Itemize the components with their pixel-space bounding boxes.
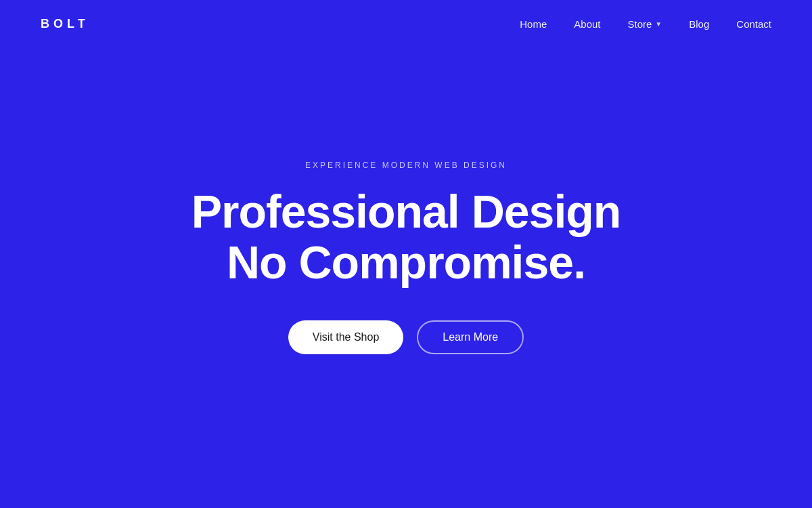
logo[interactable]: BOLT [41, 17, 89, 31]
visit-shop-button[interactable]: Visit the Shop [288, 320, 403, 354]
main-nav: Home About Store ▼ Blog Contact [520, 18, 771, 30]
learn-more-button[interactable]: Learn More [417, 320, 524, 354]
header: BOLT Home About Store ▼ Blog Contact [0, 0, 812, 47]
hero-buttons: Visit the Shop Learn More [288, 320, 524, 354]
hero-section: EXPERIENCE MODERN WEB DESIGN Professiona… [0, 47, 812, 508]
nav-store-label: Store [628, 18, 652, 30]
hero-eyebrow: EXPERIENCE MODERN WEB DESIGN [305, 161, 507, 170]
hero-title-line2: No Compromise. [227, 236, 585, 288]
hero-title-line1: Professional Design [191, 186, 621, 237]
nav-item-blog[interactable]: Blog [689, 18, 709, 30]
nav-item-home[interactable]: Home [520, 18, 547, 30]
hero-title: Professional Design No Compromise. [191, 186, 621, 288]
page-wrapper: BOLT Home About Store ▼ Blog Contact EXP… [0, 0, 812, 508]
nav-item-store[interactable]: Store ▼ [628, 18, 662, 30]
nav-item-contact[interactable]: Contact [736, 18, 771, 30]
nav-item-about[interactable]: About [574, 18, 600, 30]
chevron-down-icon: ▼ [655, 20, 662, 28]
